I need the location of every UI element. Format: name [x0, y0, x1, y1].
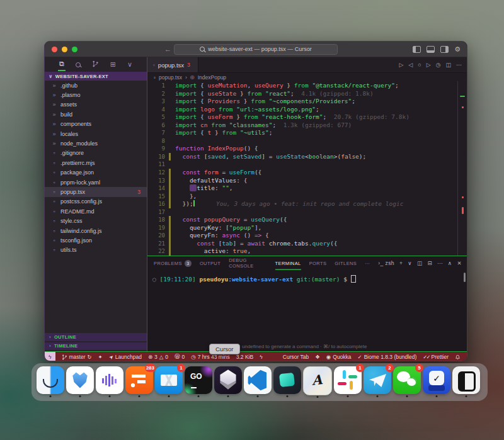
panel-tab-debug-console[interactable]: DEBUG CONSOLE — [229, 256, 266, 270]
panel-tab-terminal[interactable]: TERMINAL — [275, 256, 301, 270]
panel-tab-ports[interactable]: PORTS — [309, 256, 327, 270]
chevron-down-icon[interactable]: ∨ — [126, 59, 134, 71]
dock-telegram[interactable]: 2 — [364, 366, 391, 394]
running-indicator — [50, 395, 52, 397]
file-style.css[interactable]: ▫style.css — [45, 216, 147, 225]
next-change-icon[interactable]: ▷ — [427, 62, 431, 68]
folder-.github[interactable]: ».github — [45, 81, 147, 90]
dock-mail[interactable]: 1 — [155, 366, 183, 394]
dock-audio-app[interactable] — [96, 366, 123, 394]
file-pnpm-lock.yaml[interactable]: ▫pnpm-lock.yaml — [45, 178, 147, 187]
panel-tab-gitlens[interactable]: GITLENS — [335, 256, 357, 270]
file-tsconfig.json[interactable]: ▫tsconfig.json — [45, 235, 147, 245]
run-button[interactable]: ▷ — [399, 62, 403, 68]
prettier[interactable]: ✓✓Prettier — [423, 354, 449, 360]
dock-tasks-app[interactable] — [423, 366, 450, 394]
dock-fox-browser[interactable] — [66, 366, 94, 394]
zoom-button[interactable] — [72, 47, 77, 52]
biome[interactable]: ✓Biome 1.8.3 (bundled) — [358, 354, 417, 360]
overview-ruler[interactable] — [457, 81, 467, 256]
dock-goland[interactable] — [185, 366, 212, 394]
notifications-bell[interactable] — [455, 354, 461, 360]
notification-badge: 283 — [145, 364, 156, 372]
remote-indicator[interactable]: ϟ — [45, 352, 55, 361]
explorer-icon[interactable]: ⧉ — [58, 58, 66, 71]
dock-feed-reader[interactable]: 283 — [125, 366, 153, 394]
split-editor-icon[interactable]: ◫ — [445, 62, 451, 68]
toggle-panel-icon[interactable] — [427, 46, 435, 53]
file-utils.ts[interactable]: ▫utils.ts — [45, 245, 147, 255]
file-postcss.config.js[interactable]: ▫postcss.config.js — [45, 197, 147, 206]
tab-popup-tsx[interactable]: ▫ popup.tsx 3 — [147, 57, 198, 72]
prev-change-icon[interactable]: ◁ — [408, 62, 413, 68]
quokka[interactable]: ◉Quokka — [326, 354, 352, 360]
window-titlebar[interactable]: ← → website-saver-ext — popup.tsx — Curs… — [45, 42, 467, 57]
toggle-primary-sidebar-icon[interactable] — [413, 46, 421, 53]
file-package.json[interactable]: ▫package.json — [45, 168, 147, 178]
folder-.plasmo[interactable]: ».plasmo — [45, 90, 147, 99]
problems-summary[interactable]: ⊗3△0 — [148, 354, 168, 360]
close-button[interactable] — [52, 47, 57, 52]
folder-node_modules[interactable]: »node_modules — [45, 138, 147, 148]
close-panel-icon[interactable]: ✕ — [457, 260, 462, 266]
dock-vscode[interactable] — [244, 366, 272, 394]
zap-tool[interactable]: ϟ — [260, 354, 263, 360]
history-back-icon[interactable]: ← — [164, 45, 171, 53]
folder-assets[interactable]: »assets — [45, 100, 147, 110]
source-control-icon[interactable] — [91, 59, 100, 71]
file-size[interactable]: 3.2 KiB — [236, 354, 253, 360]
shell-selector[interactable]: ›_zsh — [378, 260, 394, 266]
file-README.md[interactable]: ▫README.md — [45, 206, 147, 216]
settings-gear-icon[interactable]: ⚙ — [454, 47, 461, 52]
dock-slack[interactable]: 1 — [334, 366, 362, 394]
file-tailwind.config.js[interactable]: ▫tailwind.config.js — [45, 226, 147, 235]
more-actions-icon[interactable]: ⋯ — [456, 62, 462, 68]
folder-locales[interactable]: »locales — [45, 129, 147, 138]
new-terminal-icon[interactable]: + — [399, 260, 403, 266]
panel-tab-problems[interactable]: PROBLEMS3 — [154, 256, 192, 270]
extensions-icon[interactable]: ⊞ — [109, 59, 117, 71]
panel-tab-⋯[interactable]: ⋯ — [365, 256, 370, 270]
panel-tab-output[interactable]: OUTPUT — [200, 256, 220, 270]
extension-grid[interactable]: ❖ — [315, 354, 320, 360]
file-.gitignore[interactable]: ▫.gitignore — [45, 149, 147, 158]
split-terminal-icon[interactable]: ◫ — [417, 260, 422, 266]
dock-cursor[interactable] — [214, 366, 242, 394]
minimize-button[interactable] — [62, 47, 67, 52]
file-popup.tsx[interactable]: ▫popup.tsx3 — [45, 187, 147, 196]
dock-notes-app[interactable] — [452, 366, 480, 394]
timeline-section[interactable]: › TIMELINE — [45, 342, 147, 351]
terminal-dropdown-icon[interactable]: ∨ — [408, 260, 412, 266]
record-icon[interactable]: ○ — [418, 62, 421, 68]
running-indicator — [168, 395, 170, 397]
experiments[interactable]: ✦ — [98, 354, 103, 360]
file-icon: ▫ — [51, 198, 57, 205]
outline-section[interactable]: › OUTLINE — [45, 333, 147, 341]
launchpad[interactable]: ➤Launchpad — [109, 354, 142, 360]
line-number: 11 — [147, 161, 169, 169]
command-center-search[interactable]: website-saver-ext — popup.tsx — Cursor — [174, 44, 338, 55]
time-tracked[interactable]: ◷7 hrs 43 mins — [191, 354, 229, 360]
w-counter[interactable]: Ⓦ0 — [175, 353, 185, 361]
panel-more-icon[interactable]: ⋯ — [437, 260, 443, 266]
line-number: 22 — [147, 247, 169, 256]
explorer-project-header[interactable]: ∨ WEBSITE-SAVER-EXT — [45, 72, 147, 81]
cursor-tab[interactable]: Cursor Tab — [283, 354, 309, 360]
terminal-scrollbar[interactable] — [464, 273, 466, 282]
code-editor[interactable]: 1import { useMutation, useQuery } from "… — [147, 81, 467, 256]
folder-components[interactable]: »components — [45, 120, 147, 129]
dock-wechat[interactable]: 5 — [393, 366, 421, 394]
run-history-icon[interactable]: ◷ — [436, 62, 441, 68]
maximize-panel-icon[interactable]: ∧ — [448, 260, 452, 266]
breadcrumb[interactable]: ▫ popup.tsx › ◎ IndexPopup — [147, 73, 467, 81]
folder-build[interactable]: »build — [45, 110, 147, 119]
kill-terminal-icon[interactable]: ⊟ — [427, 260, 432, 266]
dock-finder[interactable] — [37, 366, 64, 394]
toggle-secondary-sidebar-icon[interactable] — [440, 46, 449, 53]
file-.prettierrc.mjs[interactable]: ▫.prettierrc.mjs — [45, 158, 147, 167]
search-icon[interactable] — [74, 59, 82, 71]
git-branch[interactable]: master↻ — [62, 354, 92, 360]
dock-ai-assistant[interactable] — [303, 366, 332, 395]
terminal[interactable]: ○ [19:11:20] pseudoyu:website-saver-ext … — [147, 270, 467, 351]
dock-warp-terminal[interactable] — [273, 366, 301, 394]
